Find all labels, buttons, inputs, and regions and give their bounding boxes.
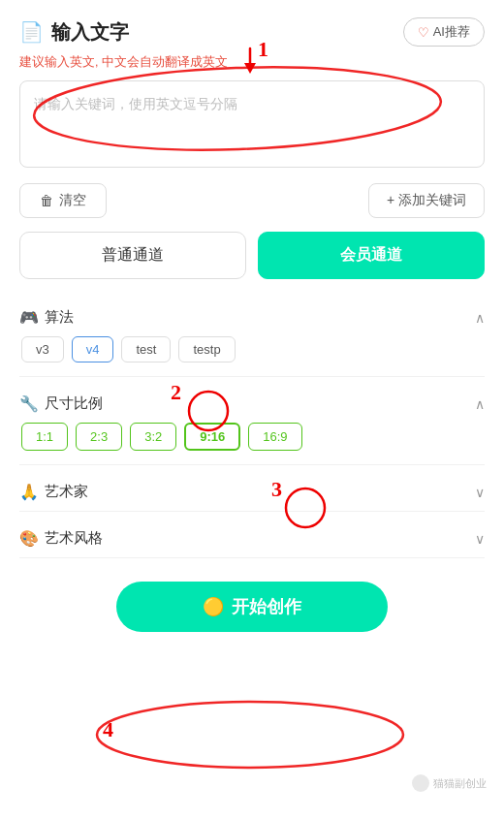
chip-test[interactable]: test [121, 336, 171, 362]
ratio-title: 尺寸比例 [45, 394, 103, 413]
header: 📄 输入文字 ♡ AI推荐 [19, 17, 485, 47]
art-style-chevron-icon: ∨ [475, 531, 485, 547]
chip-9-16[interactable]: 9:16 [184, 423, 240, 451]
watermark-text: 猫猫副创业 [433, 776, 487, 791]
svg-text:4: 4 [103, 717, 113, 741]
chip-testp-label: testp [193, 342, 220, 357]
chip-v4[interactable]: v4 [72, 336, 114, 362]
ratio-chips: 1:1 2:3 3:2 9:16 16:9 [19, 423, 485, 464]
chip-v3-label: v3 [36, 342, 49, 357]
artist-title: 艺术家 [45, 483, 88, 501]
vip-channel-label: 会员通道 [340, 246, 402, 263]
chip-testp[interactable]: testp [178, 336, 235, 362]
header-left: 📄 输入文字 [19, 19, 129, 46]
algorithm-title: 算法 [45, 308, 74, 327]
chip-16-9-label: 16:9 [263, 429, 287, 444]
start-btn-label: 开始创作 [232, 595, 301, 618]
algorithm-icon: 🎮 [19, 308, 39, 327]
chip-1-1-label: 1:1 [36, 429, 53, 444]
ratio-chevron-icon: ∧ [475, 396, 485, 412]
trash-icon: 🗑 [40, 193, 53, 208]
art-style-title: 艺术风格 [45, 529, 103, 548]
chip-2-3-label: 2:3 [90, 429, 108, 444]
channel-row: 普通通道 会员通道 [19, 232, 485, 279]
normal-channel-label: 普通通道 [102, 246, 164, 263]
ai-recommend-button[interactable]: ♡ AI推荐 [403, 17, 485, 47]
chip-1-1[interactable]: 1:1 [21, 423, 68, 451]
chip-3-2[interactable]: 3:2 [130, 423, 176, 451]
artist-section-title-group: 🙏 艺术家 [19, 483, 88, 501]
vip-channel-button[interactable]: 会员通道 [258, 232, 485, 279]
action-row: 🗑 清空 + 添加关键词 [19, 183, 485, 218]
page-container: 📄 输入文字 ♡ AI推荐 建议输入英文, 中文会自动翻译成英文 🗑 清空 + … [0, 0, 504, 819]
chip-16-9[interactable]: 16:9 [248, 423, 301, 451]
algorithm-section-title-group: 🎮 算法 [19, 308, 74, 327]
add-keyword-button[interactable]: + 添加关键词 [368, 183, 485, 218]
chip-v3[interactable]: v3 [21, 336, 64, 362]
artist-icon: 🙏 [19, 483, 39, 501]
ratio-section-header[interactable]: 🔧 尺寸比例 ∧ [19, 383, 485, 423]
clear-label: 清空 [59, 192, 86, 209]
chip-3-2-label: 3:2 [144, 429, 162, 444]
art-style-icon: 🎨 [19, 529, 39, 548]
start-btn-icon: 🟡 [203, 596, 224, 617]
heart-icon: ♡ [418, 25, 429, 40]
artist-section: 🙏 艺术家 ∨ [19, 471, 485, 512]
algorithm-section-header[interactable]: 🎮 算法 ∧ [19, 297, 485, 336]
keyword-textarea[interactable] [19, 80, 485, 168]
ratio-section: 🔧 尺寸比例 ∧ 1:1 2:3 3:2 9:16 16:9 [19, 383, 485, 465]
ai-recommend-label: AI推荐 [433, 23, 470, 41]
algorithm-section: 🎮 算法 ∧ v3 v4 test testp [19, 297, 485, 377]
start-create-button[interactable]: 🟡 开始创作 [116, 582, 388, 632]
chip-2-3[interactable]: 2:3 [76, 423, 122, 451]
chip-9-16-label: 9:16 [200, 429, 225, 444]
clear-button[interactable]: 🗑 清空 [19, 183, 107, 218]
document-icon: 📄 [19, 20, 44, 44]
art-style-section: 🎨 艺术风格 ∨ [19, 518, 485, 558]
page-title: 输入文字 [51, 19, 129, 46]
chip-v4-label: v4 [86, 342, 100, 357]
art-style-section-title-group: 🎨 艺术风格 [19, 529, 103, 548]
artist-chevron-icon: ∨ [475, 485, 485, 500]
ratio-section-title-group: 🔧 尺寸比例 [19, 394, 103, 413]
art-style-section-header[interactable]: 🎨 艺术风格 ∨ [19, 518, 485, 557]
svg-point-4 [97, 702, 403, 768]
algorithm-chevron-icon: ∧ [475, 310, 485, 326]
add-keyword-label: + 添加关键词 [387, 192, 466, 209]
chip-test-label: test [136, 342, 156, 357]
subtitle-text: 建议输入英文, 中文会自动翻译成英文 [19, 54, 485, 71]
algorithm-chips: v3 v4 test testp [19, 336, 485, 376]
normal-channel-button[interactable]: 普通通道 [19, 232, 246, 279]
ratio-icon: 🔧 [19, 394, 39, 413]
watermark: 猫猫副创业 [412, 774, 487, 792]
artist-section-header[interactable]: 🙏 艺术家 ∨ [19, 471, 485, 511]
start-btn-wrap: 🟡 开始创作 [19, 564, 485, 642]
watermark-icon [412, 774, 429, 792]
